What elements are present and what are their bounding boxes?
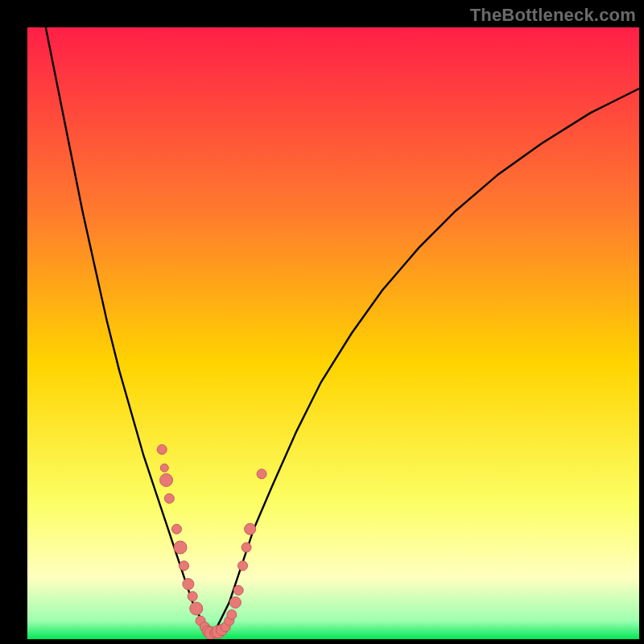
bottleneck-chart: [27, 27, 639, 639]
data-point: [233, 585, 243, 595]
chart-frame: TheBottleneck.com: [0, 0, 644, 644]
data-point: [229, 597, 241, 608]
data-point: [188, 592, 197, 601]
data-point: [227, 610, 237, 620]
watermark-text: TheBottleneck.com: [470, 5, 636, 26]
data-point: [238, 561, 248, 571]
data-point: [171, 524, 181, 534]
data-point: [157, 444, 167, 454]
data-point: [242, 543, 251, 552]
gradient-background: [27, 27, 639, 639]
plot-area: [27, 27, 639, 639]
data-point: [160, 473, 173, 486]
data-point: [183, 579, 194, 590]
data-point: [245, 523, 256, 535]
data-point: [174, 541, 187, 554]
data-point: [164, 493, 174, 503]
data-point: [257, 469, 266, 479]
data-point: [160, 464, 168, 472]
data-point: [180, 561, 189, 571]
data-point: [190, 602, 203, 615]
